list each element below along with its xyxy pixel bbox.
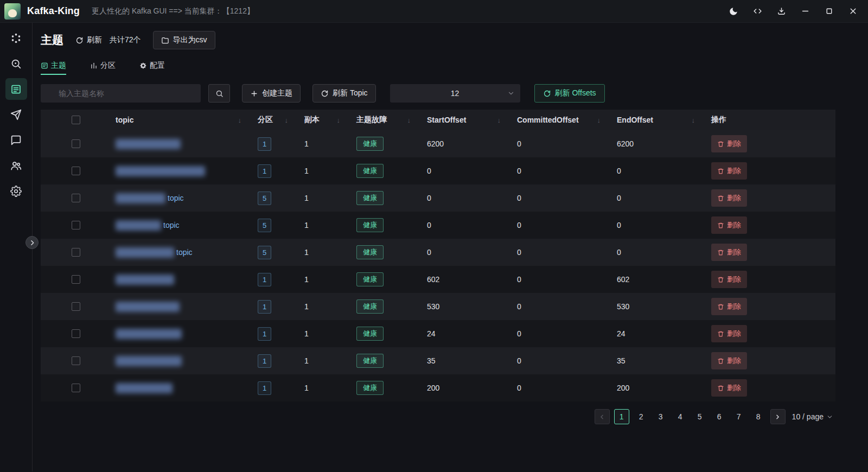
row-checkbox[interactable]: [72, 329, 80, 338]
sidebar-item-settings[interactable]: [5, 180, 27, 202]
pagination-page-3[interactable]: 3: [653, 409, 668, 424]
sort-icon: ↓: [497, 116, 501, 124]
sidebar-item-producer[interactable]: [5, 104, 27, 125]
tab-label: 主题: [51, 61, 66, 71]
sidebar-collapse-handle[interactable]: [25, 236, 39, 249]
delete-button[interactable]: 删除: [711, 244, 747, 261]
pagination-page-7[interactable]: 7: [731, 409, 746, 424]
pagination-page-8[interactable]: 8: [751, 409, 766, 424]
pagination-prev-button[interactable]: [595, 409, 610, 424]
partition-count: 1: [258, 273, 271, 286]
devtools-button[interactable]: [745, 2, 769, 21]
table-row: 1 1 健康 35 0 35 删除: [41, 347, 835, 374]
cluster-icon: [10, 33, 22, 44]
export-csv-button[interactable]: 导出为csv: [153, 31, 215, 49]
topic-link[interactable]: topic: [168, 194, 184, 202]
refresh-icon: [321, 90, 329, 98]
delete-button[interactable]: 删除: [711, 135, 747, 152]
replica-count: 1: [300, 356, 352, 365]
column-header-committed-offset[interactable]: CommittedOffset↓: [513, 116, 612, 124]
search-button[interactable]: [208, 84, 230, 103]
column-header-topic[interactable]: topic↓: [111, 116, 253, 124]
chevron-down-icon: [826, 413, 833, 420]
start-offset: 35: [423, 356, 513, 365]
theme-toggle-button[interactable]: [722, 2, 745, 21]
row-checkbox[interactable]: [72, 167, 80, 175]
column-header-health[interactable]: 主题故障↓: [352, 115, 423, 125]
chevron-left-icon: [598, 413, 605, 420]
committed-offset: 0: [513, 221, 612, 229]
tab-config[interactable]: 配置: [139, 58, 165, 75]
trash-icon: [717, 303, 724, 310]
row-checkbox[interactable]: [72, 248, 80, 257]
sidebar-item-topics[interactable]: [5, 78, 27, 100]
close-button[interactable]: [841, 2, 865, 21]
delete-button[interactable]: 删除: [711, 352, 747, 369]
maximize-button[interactable]: [817, 2, 841, 21]
row-checkbox[interactable]: [72, 139, 80, 148]
delete-label: 删除: [727, 383, 741, 393]
replica-count: 1: [300, 167, 352, 175]
topic-link[interactable]: topic: [176, 248, 193, 257]
row-checkbox[interactable]: [72, 194, 80, 202]
download-button[interactable]: [769, 2, 793, 21]
sidebar-item-cluster[interactable]: [5, 27, 27, 49]
create-topic-button[interactable]: 创建主题: [242, 84, 301, 103]
delete-button[interactable]: 删除: [711, 271, 747, 288]
sidebar-item-monitor[interactable]: [5, 53, 27, 74]
tab-topics[interactable]: 主题: [41, 58, 66, 75]
page-size-select[interactable]: 10 / page: [790, 412, 835, 421]
pagination-page-4[interactable]: 4: [673, 409, 688, 424]
column-header-partition[interactable]: 分区↓: [253, 115, 300, 125]
end-offset: 24: [612, 329, 707, 338]
row-checkbox[interactable]: [72, 221, 80, 229]
minimize-button[interactable]: [793, 2, 817, 21]
page-size-dropdown[interactable]: 12: [390, 84, 520, 103]
health-badge: 健康: [356, 191, 384, 205]
partition-count: 1: [258, 327, 271, 341]
partition-count: 1: [258, 137, 271, 151]
search-input[interactable]: [41, 84, 201, 103]
sidebar-item-groups[interactable]: [5, 155, 27, 176]
row-checkbox[interactable]: [72, 356, 80, 365]
tab-label: 配置: [150, 61, 165, 71]
select-all-checkbox[interactable]: [72, 116, 80, 124]
column-header-end-offset[interactable]: EndOffset↓: [612, 116, 707, 124]
delete-button[interactable]: 删除: [711, 379, 747, 397]
table-row: topic 5 1 健康 0 0 0 删除: [41, 239, 835, 266]
delete-button[interactable]: 删除: [711, 189, 747, 207]
refresh-topic-button[interactable]: 刷新 Topic: [312, 84, 376, 103]
replica-count: 1: [300, 248, 352, 257]
table-row: topic 5 1 健康 0 0 0 删除: [41, 184, 835, 212]
topic-link[interactable]: topic: [163, 221, 180, 229]
refresh-offsets-button[interactable]: 刷新 Offsets: [534, 84, 605, 103]
tab-label: 分区: [100, 61, 116, 71]
column-header-start-offset[interactable]: StartOffset↓: [423, 116, 513, 124]
pagination-page-1[interactable]: 1: [614, 409, 629, 424]
create-topic-label: 创建主题: [262, 88, 292, 98]
refresh-topic-label: 刷新 Topic: [333, 88, 368, 98]
row-checkbox[interactable]: [72, 384, 80, 392]
column-header-replica[interactable]: 副本↓: [300, 115, 352, 125]
pagination-page-6[interactable]: 6: [712, 409, 727, 424]
refresh-button[interactable]: 刷新: [75, 35, 102, 45]
delete-button[interactable]: 删除: [711, 216, 747, 234]
trash-icon: [717, 222, 724, 229]
topic-name-redacted: [116, 193, 165, 203]
pagination-page-5[interactable]: 5: [692, 409, 707, 424]
health-badge: 健康: [356, 381, 384, 395]
sort-icon: ↓: [407, 116, 411, 124]
delete-button[interactable]: 删除: [711, 298, 747, 315]
pagination-page-2[interactable]: 2: [634, 409, 649, 424]
health-badge: 健康: [356, 354, 384, 368]
tab-partitions[interactable]: 分区: [90, 58, 116, 75]
row-checkbox[interactable]: [72, 275, 80, 284]
row-checkbox[interactable]: [72, 302, 80, 311]
sidebar-item-messages[interactable]: [5, 129, 27, 151]
pagination-next-button[interactable]: [770, 409, 786, 424]
delete-button[interactable]: 删除: [711, 162, 747, 180]
start-offset: 0: [423, 194, 513, 202]
health-badge: 健康: [356, 137, 384, 151]
delete-button[interactable]: 删除: [711, 325, 747, 342]
trash-icon: [717, 141, 724, 148]
